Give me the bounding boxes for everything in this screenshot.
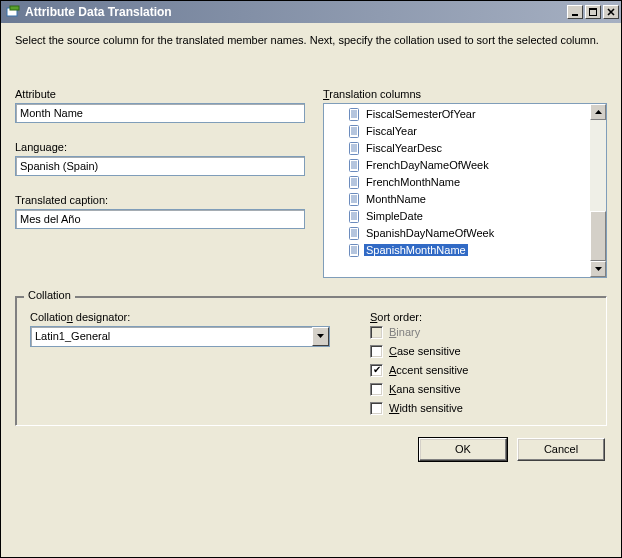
checkbox-icon[interactable]: ✔ <box>370 364 383 377</box>
list-item-label: FiscalSemesterOfYear <box>364 108 478 120</box>
list-scrollbar[interactable] <box>590 104 606 277</box>
collation-designator-value: Latin1_General <box>31 327 312 346</box>
app-icon <box>5 4 21 20</box>
sort-order-label: Sort order: <box>370 311 592 323</box>
button-bar: OK Cancel <box>15 438 607 461</box>
checkbox-icon[interactable] <box>370 383 383 396</box>
checkbox-accent-sensitive[interactable]: ✔ Accent sensitive <box>370 364 592 377</box>
svg-rect-4 <box>589 8 597 10</box>
list-item[interactable]: FiscalYearDesc <box>326 140 588 157</box>
list-item-label: SpanishMonthName <box>364 244 468 256</box>
scroll-up-button[interactable] <box>590 104 606 120</box>
checkbox-label: Case sensitive <box>389 345 461 357</box>
checkbox-icon <box>370 326 383 339</box>
list-item[interactable]: MonthName <box>326 191 588 208</box>
checkbox-binary: Binary <box>370 326 592 339</box>
list-item-label: FiscalYearDesc <box>364 142 444 154</box>
column-icon <box>348 210 360 222</box>
combo-dropdown-button[interactable] <box>312 327 329 346</box>
list-item-label: MonthName <box>364 193 428 205</box>
checkbox-label: Binary <box>389 326 420 338</box>
translation-columns-list[interactable]: FiscalSemesterOfYearFiscalYearFiscalYear… <box>323 103 607 278</box>
checkbox-label: Kana sensitive <box>389 383 461 395</box>
list-item[interactable]: SpanishDayNameOfWeek <box>326 225 588 242</box>
list-item-label: FrenchDayNameOfWeek <box>364 159 491 171</box>
close-button[interactable] <box>603 5 619 19</box>
list-item-label: FiscalYear <box>364 125 419 137</box>
collation-designator-label: Collation designator: <box>30 311 330 323</box>
checkbox-label: Width sensitive <box>389 402 463 414</box>
collation-legend: Collation <box>24 289 75 301</box>
svg-rect-2 <box>572 14 578 16</box>
column-icon <box>348 176 360 188</box>
window-title: Attribute Data Translation <box>25 5 565 19</box>
column-icon <box>348 125 360 137</box>
scroll-down-button[interactable] <box>590 261 606 277</box>
attribute-field: Month Name <box>15 103 305 123</box>
column-icon <box>348 227 360 239</box>
maximize-button[interactable] <box>585 5 601 19</box>
checkbox-label: Accent sensitive <box>389 364 469 376</box>
cancel-button[interactable]: Cancel <box>517 438 605 461</box>
ok-button[interactable]: OK <box>419 438 507 461</box>
list-item[interactable]: FiscalYear <box>326 123 588 140</box>
column-icon <box>348 244 360 256</box>
list-item-label: SimpleDate <box>364 210 425 222</box>
list-item[interactable]: SpanishMonthName <box>326 242 588 259</box>
list-item-label: SpanishDayNameOfWeek <box>364 227 496 239</box>
list-item[interactable]: SimpleDate <box>326 208 588 225</box>
column-icon <box>348 142 360 154</box>
collation-designator-combo[interactable]: Latin1_General <box>30 326 330 347</box>
translation-columns-label: Translation columns <box>323 88 607 100</box>
translated-caption-input[interactable]: Mes del Año <box>15 209 305 229</box>
checkbox-icon[interactable] <box>370 402 383 415</box>
language-label: Language: <box>15 141 305 153</box>
collation-group: Collation Collation designator: Latin1_G… <box>15 296 607 426</box>
list-item-label: FrenchMonthName <box>364 176 462 188</box>
list-item[interactable]: FiscalSemesterOfYear <box>326 106 588 123</box>
content-area: Select the source column for the transla… <box>1 23 621 557</box>
scroll-thumb[interactable] <box>590 211 606 261</box>
svg-rect-1 <box>10 6 19 10</box>
checkbox-icon[interactable] <box>370 345 383 358</box>
checkbox-case-sensitive[interactable]: Case sensitive <box>370 345 592 358</box>
checkbox-kana-sensitive[interactable]: Kana sensitive <box>370 383 592 396</box>
minimize-button[interactable] <box>567 5 583 19</box>
translated-caption-label: Translated caption: <box>15 194 305 206</box>
list-item[interactable]: FrenchDayNameOfWeek <box>326 157 588 174</box>
dialog-window: Attribute Data Translation Select the so… <box>0 0 622 558</box>
language-field: Spanish (Spain) <box>15 156 305 176</box>
column-icon <box>348 159 360 171</box>
column-icon <box>348 193 360 205</box>
column-icon <box>348 108 360 120</box>
checkbox-width-sensitive[interactable]: Width sensitive <box>370 402 592 415</box>
instructions-text: Select the source column for the transla… <box>15 33 607 48</box>
titlebar: Attribute Data Translation <box>1 1 621 23</box>
attribute-label: Attribute <box>15 88 305 100</box>
list-item[interactable]: FrenchMonthName <box>326 174 588 191</box>
